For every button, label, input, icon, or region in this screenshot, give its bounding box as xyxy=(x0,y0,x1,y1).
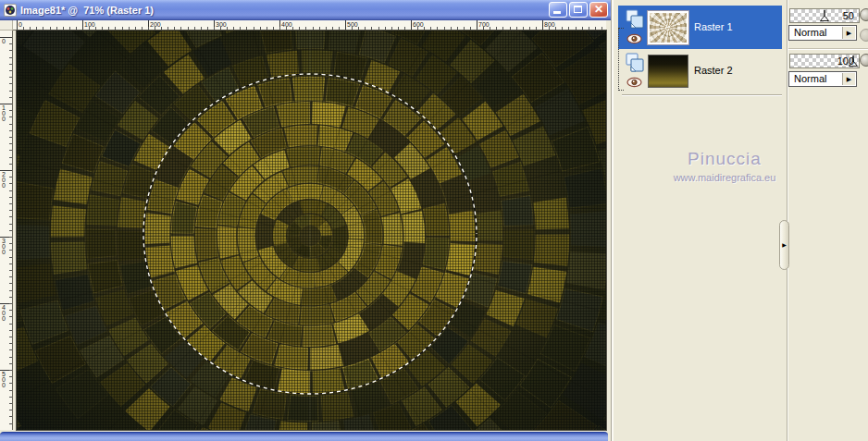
blend-mode-dropdown-raster1[interactable]: Normal ▶ xyxy=(788,25,857,41)
minimize-button[interactable] xyxy=(549,2,567,18)
image-window-icon xyxy=(4,4,17,17)
blend-mode-dropdown-raster2[interactable]: Normal ▶ xyxy=(788,71,857,87)
chevron-right-icon: ▶ xyxy=(782,242,787,248)
close-icon: ✕ xyxy=(590,3,607,17)
raster-layer-icon xyxy=(626,53,645,73)
layer-row-raster2[interactable]: Raster 2 xyxy=(618,49,782,92)
layer-option-icon[interactable] xyxy=(860,8,868,21)
raster-layer-icon xyxy=(626,9,645,30)
blend-mode-value: Normal xyxy=(794,27,826,38)
opacity-value: 50 xyxy=(843,10,854,21)
background-window-titlebar[interactable] xyxy=(0,432,608,441)
image-canvas[interactable] xyxy=(16,30,607,431)
controls-separator xyxy=(788,48,868,49)
layer-option-icon[interactable] xyxy=(860,54,868,67)
opacity-slider-handle[interactable] xyxy=(819,9,830,22)
layer-thumbnail-raster2 xyxy=(648,55,688,88)
vertical-ruler[interactable]: 0100200300400500 xyxy=(0,31,13,430)
opacity-value: 100 xyxy=(837,55,854,67)
close-button[interactable]: ✕ xyxy=(589,2,608,18)
arrow-right-icon: ▶ xyxy=(847,30,851,36)
layer-row-raster1[interactable]: Raster 1 xyxy=(618,6,782,49)
opacity-slider-raster1[interactable]: 50 xyxy=(789,8,860,23)
dropdown-arrow-button[interactable]: ▶ xyxy=(842,27,855,39)
layer-visibility-eye-icon[interactable] xyxy=(626,77,642,88)
layer-name: Raster 1 xyxy=(694,21,733,32)
blend-mode-value: Normal xyxy=(794,73,826,84)
image-window-titlebar[interactable]: Image81* @ 71% (Raster 1) ✕ xyxy=(0,0,612,20)
layer-icons xyxy=(626,7,646,48)
layer-icons xyxy=(626,51,646,92)
maximize-icon xyxy=(574,6,582,13)
layer-thumbnail-raster1 xyxy=(648,11,688,44)
layer-option-icon[interactable] xyxy=(860,29,868,42)
image-window-title: Image81* @ 71% (Raster 1) xyxy=(20,5,549,16)
panel-edge-highlight xyxy=(612,0,614,441)
minimize-icon xyxy=(553,11,561,14)
opacity-slider-raster2[interactable]: 100 xyxy=(789,54,860,68)
layer-name: Raster 2 xyxy=(694,65,733,76)
layer-visibility-eye-icon[interactable] xyxy=(626,33,642,44)
arrow-right-icon: ▶ xyxy=(847,76,851,82)
dropdown-arrow-button[interactable]: ▶ xyxy=(842,73,855,85)
layer-list-separator xyxy=(622,94,782,95)
ruler-corner xyxy=(0,20,13,31)
maximize-button[interactable] xyxy=(569,2,588,18)
panel-collapse-handle[interactable]: ▶ xyxy=(779,220,789,270)
layer-group-bracket xyxy=(618,28,624,91)
app-root: Image81* @ 71% (Raster 1) ✕ 010020030040… xyxy=(0,0,868,441)
mosaic-artwork xyxy=(17,31,606,430)
